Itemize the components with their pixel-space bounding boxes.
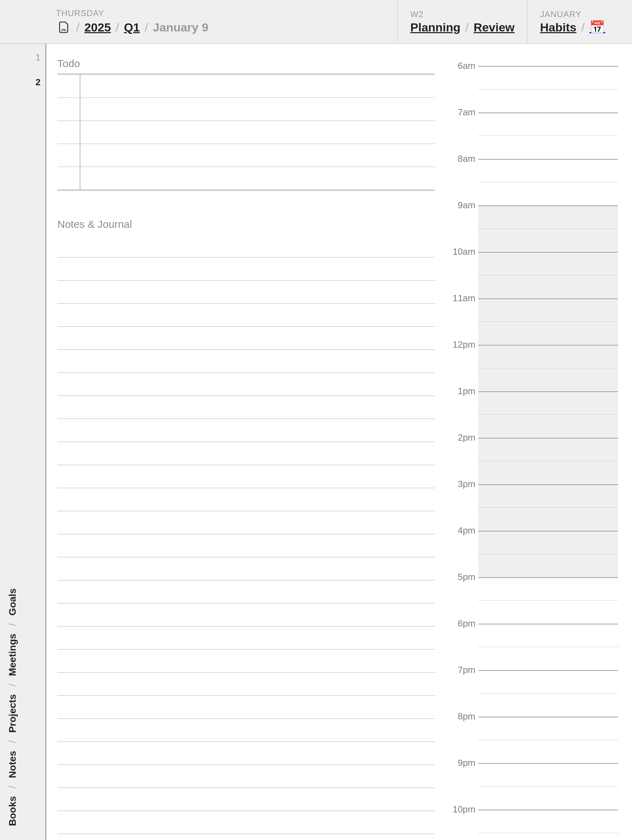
- hour-row-7am[interactable]: 7am: [450, 112, 618, 159]
- hour-row-6pm[interactable]: 6pm: [450, 624, 618, 670]
- hour-row-6am[interactable]: 6am: [450, 66, 618, 112]
- hour-half-line: [478, 833, 618, 833]
- hour-half-line: [478, 600, 618, 601]
- note-line[interactable]: [57, 442, 435, 465]
- hour-row-10am[interactable]: 10am: [450, 252, 618, 298]
- todo-row[interactable]: [57, 98, 435, 120]
- page-body: Todo Notes & Journal 6am7am8am9am10am11a…: [47, 44, 632, 840]
- note-line[interactable]: [57, 650, 435, 673]
- note-line[interactable]: [57, 327, 435, 350]
- hour-label: 2pm: [448, 432, 476, 443]
- note-line[interactable]: [57, 304, 435, 327]
- note-line[interactable]: [57, 257, 435, 281]
- vnav-sep: /: [7, 786, 18, 789]
- hour-line: [478, 298, 618, 299]
- hour-row-1pm[interactable]: 1pm: [450, 392, 618, 438]
- todo-row[interactable]: [57, 167, 435, 190]
- note-line[interactable]: [57, 373, 435, 396]
- planner-logo-icon[interactable]: [56, 20, 71, 35]
- month-name: JANUARY: [540, 9, 619, 19]
- note-line[interactable]: [57, 788, 435, 811]
- hour-row-3pm[interactable]: 3pm: [450, 484, 618, 531]
- vnav-projects[interactable]: Projects: [7, 694, 18, 733]
- hour-label: 8pm: [448, 711, 476, 722]
- calendar-icon[interactable]: 📅: [589, 21, 605, 33]
- hour-line: [478, 438, 618, 439]
- hour-label: 1pm: [448, 386, 476, 396]
- hour-row-2pm[interactable]: 2pm: [450, 438, 618, 484]
- nav-planning[interactable]: Planning: [410, 21, 461, 34]
- hour-row-8pm[interactable]: 8pm: [450, 717, 618, 763]
- todo-checkbox[interactable]: [57, 98, 81, 120]
- note-line[interactable]: [57, 557, 435, 580]
- note-line[interactable]: [57, 580, 435, 603]
- hour-line: [478, 717, 618, 717]
- hour-half-line: [478, 229, 618, 229]
- hour-half-line: [478, 740, 618, 740]
- nav-quarter[interactable]: Q1: [124, 21, 140, 34]
- hour-line: [478, 392, 618, 392]
- note-line[interactable]: [57, 419, 435, 442]
- notes-block: Notes & Journal: [57, 218, 435, 840]
- todo-list[interactable]: [57, 74, 435, 190]
- note-line[interactable]: [57, 834, 435, 840]
- note-line[interactable]: [57, 719, 435, 742]
- hour-label: 3pm: [448, 479, 476, 489]
- note-line[interactable]: [57, 396, 435, 419]
- nav-habits[interactable]: Habits: [540, 21, 577, 34]
- note-line[interactable]: [57, 350, 435, 373]
- hour-label: 12pm: [448, 339, 476, 350]
- hour-row-8am[interactable]: 8am: [450, 159, 618, 205]
- breadcrumb-sep: /: [465, 21, 468, 34]
- nav-year[interactable]: 2025: [84, 21, 111, 34]
- note-line[interactable]: [57, 488, 435, 511]
- note-line[interactable]: [57, 765, 435, 788]
- todo-row[interactable]: [57, 120, 435, 144]
- note-line[interactable]: [57, 627, 435, 650]
- note-line[interactable]: [57, 465, 435, 488]
- nav-date: January 9: [153, 21, 209, 34]
- note-line[interactable]: [57, 603, 435, 627]
- hour-row-7pm[interactable]: 7pm: [450, 670, 618, 717]
- hour-line: [478, 810, 618, 810]
- todo-row[interactable]: [57, 74, 435, 98]
- hour-label: 9pm: [448, 758, 476, 768]
- breadcrumb-sep: /: [145, 21, 148, 34]
- hour-line: [478, 577, 618, 578]
- page-number-1[interactable]: 1: [36, 52, 41, 63]
- vnav-books[interactable]: Books: [7, 796, 18, 826]
- hour-row-9am[interactable]: 9am: [450, 205, 618, 252]
- main-column: Todo Notes & Journal: [57, 58, 435, 840]
- note-line[interactable]: [57, 696, 435, 719]
- vnav-sep: /: [7, 684, 18, 687]
- notes-label: Notes & Journal: [57, 218, 435, 230]
- nav-review[interactable]: Review: [474, 21, 515, 34]
- hour-row-11am[interactable]: 11am: [450, 298, 618, 345]
- note-line[interactable]: [57, 234, 435, 257]
- note-line[interactable]: [57, 811, 435, 834]
- todo-checkbox[interactable]: [57, 144, 81, 167]
- hour-row-12pm[interactable]: 12pm: [450, 345, 618, 392]
- todo-checkbox[interactable]: [57, 167, 81, 190]
- note-line[interactable]: [57, 534, 435, 557]
- hour-row-4pm[interactable]: 4pm: [450, 531, 618, 577]
- todo-checkbox[interactable]: [57, 121, 81, 144]
- note-line[interactable]: [57, 673, 435, 696]
- todo-row[interactable]: [57, 144, 435, 167]
- page-number-2[interactable]: 2: [36, 77, 41, 88]
- hour-row-5pm[interactable]: 5pm: [450, 577, 618, 624]
- todo-checkbox[interactable]: [57, 74, 81, 98]
- vnav-meetings[interactable]: Meetings: [7, 633, 18, 676]
- hour-label: 7am: [448, 107, 476, 118]
- hour-line: [478, 670, 618, 671]
- breadcrumb-sep: /: [76, 21, 79, 34]
- note-line[interactable]: [57, 281, 435, 304]
- hour-row-9pm[interactable]: 9pm: [450, 763, 618, 810]
- vnav-goals[interactable]: Goals: [7, 589, 18, 616]
- hour-line: [478, 252, 618, 253]
- notes-area[interactable]: [57, 234, 435, 840]
- note-line[interactable]: [57, 511, 435, 534]
- note-line[interactable]: [57, 742, 435, 765]
- hour-row-10pm[interactable]: 10pm: [450, 810, 618, 840]
- vnav-notes[interactable]: Notes: [7, 751, 18, 778]
